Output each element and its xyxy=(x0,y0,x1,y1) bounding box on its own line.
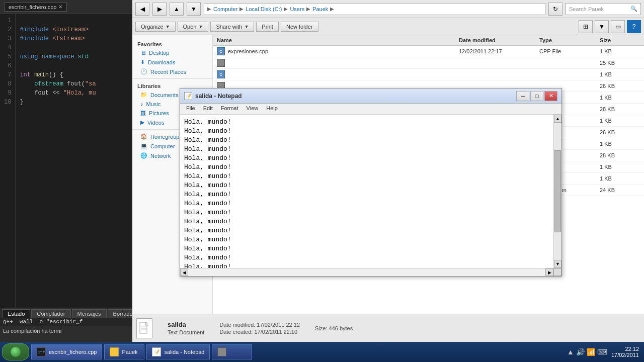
music-icon: ♪ xyxy=(140,101,143,107)
refresh-button[interactable]: ↻ xyxy=(548,3,562,16)
videos-icon: ▶ xyxy=(140,119,144,126)
help-button[interactable]: ? xyxy=(627,20,641,33)
taskbar-misc-button[interactable] xyxy=(212,344,252,359)
notepad-menu-format[interactable]: Format xyxy=(217,105,243,113)
table-row[interactable]: C expresiones.cpp 12/02/2011 22:17 CPP F… xyxy=(213,46,644,57)
text-line: Hola, mundo! xyxy=(184,163,549,172)
new-folder-button[interactable]: New folder xyxy=(281,22,318,32)
editor-tab[interactable]: escribir_fichero.cpp ✕ xyxy=(4,3,67,12)
text-line: Hola, mundo! xyxy=(184,208,549,217)
forward-button[interactable]: ▶ xyxy=(152,3,167,16)
view-options-button[interactable]: ⊞ xyxy=(579,20,593,33)
path-computer[interactable]: Computer xyxy=(213,6,237,12)
desktop-label: Desktop xyxy=(149,50,169,56)
col-size[interactable]: Size xyxy=(600,37,640,43)
status-date-modified: Date modified: 17/02/2011 22:12 xyxy=(219,322,300,328)
text-line: Hola, mundo! xyxy=(184,154,549,163)
address-path[interactable]: ▶ Computer ▶ Local Disk (C:) ▶ Users ▶ P… xyxy=(204,3,545,15)
network-label: Network xyxy=(150,153,171,159)
sidebar-item-desktop[interactable]: 🖥 Desktop xyxy=(132,48,212,57)
taskbar-explorer-button[interactable]: Pauek xyxy=(104,344,144,359)
search-box[interactable]: Search Pauek 🔍 xyxy=(566,3,641,15)
table-row[interactable]: C 1 KB xyxy=(213,69,644,80)
table-row[interactable]: 25 KB xyxy=(213,57,644,69)
taskbar-explorer-label: Pauek xyxy=(122,349,137,355)
network-status-icon[interactable]: 📶 xyxy=(587,348,595,356)
homegroup-label: Homegroup xyxy=(150,134,179,140)
editor-taskbar-icon: c++ xyxy=(37,347,46,356)
toolbar: Organize ▼ Open ▼ Share with ▼ Print New… xyxy=(132,18,644,35)
computer-label: Computer xyxy=(150,143,175,149)
organize-label: Organize xyxy=(141,24,164,30)
share-with-button[interactable]: Share with ▼ xyxy=(210,22,254,32)
close-tab-icon[interactable]: ✕ xyxy=(58,4,62,10)
scrollbar-thumb[interactable] xyxy=(554,150,561,233)
documents-label: Documents xyxy=(150,92,179,98)
back-button[interactable]: ◀ xyxy=(135,3,149,16)
notification-area: ▲ 🔊 📶 ⌨ xyxy=(567,348,607,356)
notepad-menubar: File Edit Format View Help xyxy=(180,104,561,115)
scroll-up-button[interactable]: ▲ xyxy=(554,115,561,123)
misc-taskbar-icon xyxy=(217,347,226,356)
scroll-down-button[interactable]: ▼ xyxy=(554,260,561,268)
start-button[interactable] xyxy=(2,343,29,360)
start-orb-icon xyxy=(11,347,21,357)
path-pauek[interactable]: Pauek xyxy=(312,6,328,12)
keyboard-icon[interactable]: ⌨ xyxy=(597,348,607,356)
videos-label: Videos xyxy=(147,120,164,126)
path-localdisk[interactable]: Local Disk (C:) xyxy=(246,6,282,12)
file-size: 26 KB xyxy=(600,83,640,89)
notepad-menu-edit[interactable]: Edit xyxy=(199,105,217,113)
print-button[interactable]: Print xyxy=(256,22,279,32)
taskbar-notepad-label: salida - Notepad xyxy=(164,349,204,355)
sidebar-item-recent[interactable]: 🕐 Recent Places xyxy=(132,67,212,76)
scroll-right-button[interactable]: ▶ xyxy=(545,268,553,276)
downloads-icon: ⬇ xyxy=(140,59,145,65)
print-label: Print xyxy=(262,24,273,30)
speaker-icon[interactable]: 🔊 xyxy=(576,348,585,356)
open-button[interactable]: Open ▼ xyxy=(178,22,209,32)
tab-mensajes[interactable]: Mensajes xyxy=(72,309,107,318)
show-hidden-icon[interactable]: ▲ xyxy=(567,348,574,356)
notepad-maximize-button[interactable]: □ xyxy=(530,91,543,101)
organize-button[interactable]: Organize ▼ xyxy=(135,22,176,32)
taskbar-notepad-button[interactable]: 📝 salida - Notepad xyxy=(146,344,210,359)
status-filename: salida xyxy=(168,321,204,328)
path-users[interactable]: Users xyxy=(290,6,304,12)
up-button[interactable]: ▲ xyxy=(170,3,184,16)
notepad-menu-help[interactable]: Help xyxy=(262,105,282,113)
notepad-menu-view[interactable]: View xyxy=(243,105,263,113)
notepad-menu-file[interactable]: File xyxy=(182,105,199,113)
favorites-heading: Favorites xyxy=(132,39,212,48)
status-size-info: Size: 446 bytes xyxy=(315,325,353,331)
path-sep3: ▶ xyxy=(306,6,310,12)
scroll-left-button[interactable]: ◀ xyxy=(180,268,188,276)
explorer-statusbar: salida Text Document Date modified: 17/0… xyxy=(132,314,644,342)
sidebar-divider1 xyxy=(132,78,212,79)
col-date[interactable]: Date modified xyxy=(459,37,539,43)
path-arrow: ▶ xyxy=(207,6,211,12)
notepad-text-area[interactable]: Hola, mundo! Hola, mundo! Hola, mundo! H… xyxy=(180,115,553,268)
search-placeholder: Search Pauek xyxy=(569,6,604,12)
taskbar-editor-button[interactable]: c++ escribir_fichero.cpp xyxy=(31,344,102,359)
notepad-title: salida - Notepad xyxy=(195,93,242,100)
col-type[interactable]: Type xyxy=(539,37,600,43)
col-name[interactable]: Name xyxy=(217,37,459,43)
view-dropdown-button[interactable]: ▼ xyxy=(595,20,609,33)
notepad-close-button[interactable]: ✕ xyxy=(544,91,557,101)
notepad-content[interactable]: Hola, mundo! Hola, mundo! Hola, mundo! H… xyxy=(180,115,561,268)
text-line: Hola, mundo! xyxy=(184,127,549,136)
preview-button[interactable]: ▭ xyxy=(611,20,625,33)
notepad-window-buttons: ─ □ ✕ xyxy=(516,91,557,101)
organize-arrow: ▼ xyxy=(166,24,170,29)
notepad-vertical-scrollbar[interactable]: ▲ ▼ xyxy=(553,115,561,268)
scrollbar-track[interactable] xyxy=(554,123,561,260)
clock[interactable]: 22:12 17/02/2011 xyxy=(611,346,639,358)
sidebar-item-downloads[interactable]: ⬇ Downloads xyxy=(132,57,212,67)
homegroup-icon: 🏠 xyxy=(140,133,147,140)
tab-estado[interactable]: Estado xyxy=(2,309,30,318)
notepad-minimize-button[interactable]: ─ xyxy=(516,91,529,101)
dropdown-button[interactable]: ▼ xyxy=(187,3,201,16)
notepad-horizontal-scrollbar[interactable]: ◀ ▶ xyxy=(180,268,561,276)
tab-compilador[interactable]: Compilador xyxy=(31,309,70,318)
